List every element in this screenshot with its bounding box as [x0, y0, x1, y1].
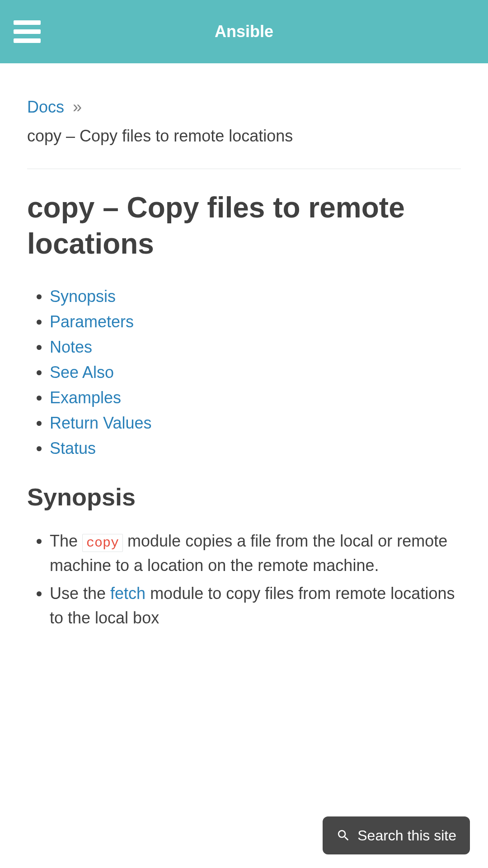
synopsis-list: The copy module copies a file from the l… [27, 529, 461, 630]
synopsis-heading: Synopsis [27, 479, 461, 515]
synopsis-text: The [50, 532, 82, 550]
fetch-link[interactable]: fetch [110, 584, 145, 603]
synopsis-item: Use the fetch module to copy files from … [50, 581, 461, 630]
toc-item: Parameters [50, 310, 461, 334]
toc-link-examples[interactable]: Examples [50, 388, 121, 407]
synopsis-item: The copy module copies a file from the l… [50, 529, 461, 578]
synopsis-text: Use the [50, 584, 110, 603]
toc-link-returnvalues[interactable]: Return Values [50, 414, 151, 432]
toc-link-synopsis[interactable]: Synopsis [50, 287, 116, 306]
divider [27, 169, 461, 169]
hamburger-menu-icon[interactable] [14, 20, 41, 43]
breadcrumb-docs-link[interactable]: Docs [27, 98, 64, 116]
toc-item: Return Values [50, 411, 461, 435]
breadcrumb-separator: » [73, 98, 82, 116]
page-title: copy – Copy files to remote locations [27, 189, 461, 262]
toc-link-notes[interactable]: Notes [50, 338, 92, 356]
header-title: Ansible [215, 19, 273, 44]
code-copy: copy [82, 534, 123, 552]
toc-link-seealso[interactable]: See Also [50, 363, 114, 382]
toc-link-status[interactable]: Status [50, 439, 96, 458]
top-header: Ansible [0, 0, 488, 63]
toc-item: Synopsis [50, 284, 461, 309]
toc-link-parameters[interactable]: Parameters [50, 312, 134, 331]
toc-item: Notes [50, 335, 461, 359]
toc-item: Examples [50, 386, 461, 410]
breadcrumb-current: copy – Copy files to remote locations [27, 124, 461, 148]
toc-item: Status [50, 436, 461, 461]
toc-item: See Also [50, 360, 461, 385]
main-content: Docs » copy – Copy files to remote locat… [0, 63, 488, 724]
breadcrumb: Docs » [27, 95, 461, 119]
table-of-contents: Synopsis Parameters Notes See Also Examp… [27, 284, 461, 461]
